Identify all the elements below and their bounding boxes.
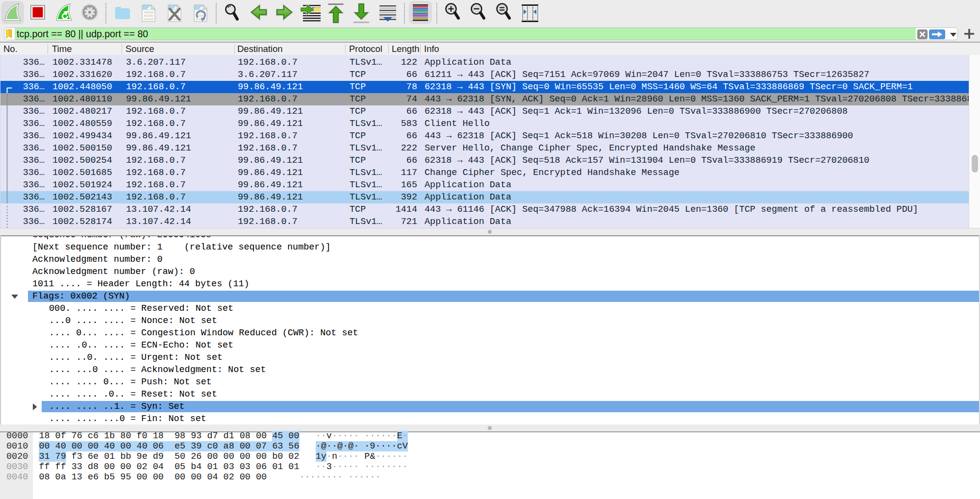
svg-text:01010: 01010	[144, 11, 153, 14]
svg-text:01101: 01101	[144, 14, 153, 18]
svg-text:01110: 01110	[144, 18, 153, 21]
